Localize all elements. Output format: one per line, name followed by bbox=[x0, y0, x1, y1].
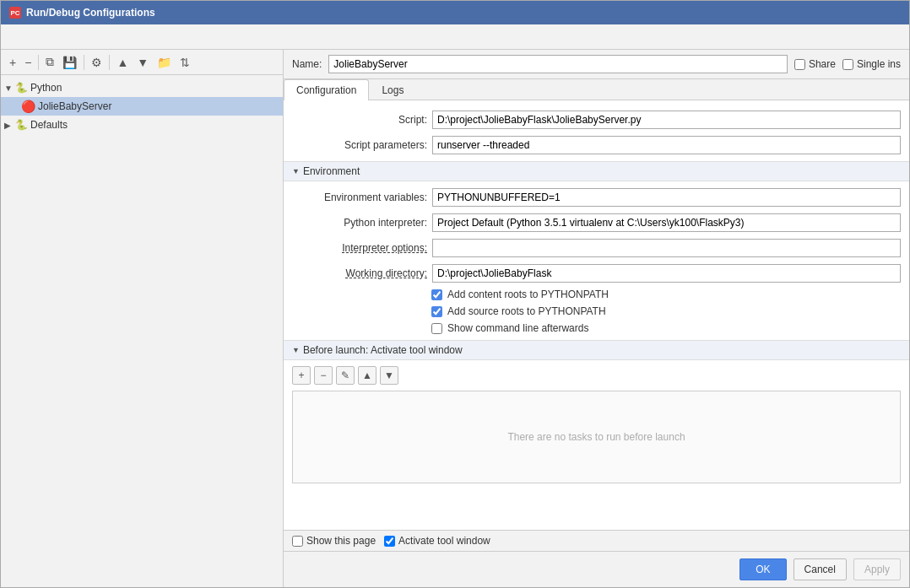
bottom-options: Show this page Activate tool window bbox=[284, 530, 909, 551]
script-row: Script: bbox=[284, 107, 909, 132]
name-bar: Name: Share Single ins bbox=[284, 50, 909, 79]
single-instance-checkbox-label[interactable]: Single ins bbox=[842, 58, 901, 70]
working-dir-label: Working directory: bbox=[292, 267, 427, 279]
activate-window-checkbox[interactable] bbox=[384, 536, 395, 547]
show-page-label: Show this page bbox=[306, 535, 376, 547]
run-config-icon: 🔴 bbox=[21, 100, 35, 113]
python-interp-input[interactable] bbox=[432, 213, 901, 232]
tree-python-group[interactable]: ▼ 🐍 Python bbox=[1, 78, 283, 97]
single-instance-label: Single ins bbox=[857, 58, 901, 70]
folder-button[interactable]: 📁 bbox=[154, 54, 175, 71]
python-group-label: Python bbox=[30, 82, 62, 94]
remove-config-button[interactable]: − bbox=[21, 54, 35, 71]
python-group-icon: 🐍 bbox=[15, 82, 28, 94]
env-vars-row: Environment variables: bbox=[284, 185, 909, 210]
add-content-roots-checkbox[interactable] bbox=[431, 289, 442, 300]
tree-defaults-group[interactable]: ▶ 🐍 Defaults bbox=[1, 116, 283, 134]
name-input[interactable] bbox=[328, 55, 788, 73]
interp-options-input[interactable] bbox=[432, 239, 901, 257]
environment-section-header[interactable]: ▼ Environment bbox=[284, 161, 909, 181]
show-page-checkbox-label[interactable]: Show this page bbox=[292, 535, 376, 547]
cancel-button[interactable]: Cancel bbox=[794, 558, 847, 580]
name-label: Name: bbox=[292, 58, 322, 70]
show-command-line-checkbox[interactable] bbox=[431, 323, 442, 334]
copy-config-button[interactable]: ⧉ bbox=[42, 53, 57, 71]
sep1 bbox=[38, 55, 39, 70]
chevron-down-icon: ▼ bbox=[4, 84, 13, 93]
sep2 bbox=[84, 55, 84, 70]
sep3 bbox=[109, 55, 110, 70]
show-page-checkbox[interactable] bbox=[292, 536, 303, 547]
activate-window-label: Activate tool window bbox=[398, 535, 490, 547]
move-task-up-button[interactable]: ▲ bbox=[358, 366, 376, 385]
show-command-line-row: Show command line afterwards bbox=[284, 320, 909, 337]
empty-tasks-text: There are no tasks to run before launch bbox=[507, 431, 685, 443]
before-launch-toolbar: + − ✎ ▲ ▼ bbox=[284, 364, 909, 387]
config-panel: Script: Script parameters: ▼ Environment… bbox=[284, 100, 909, 530]
defaults-icon: 🐍 bbox=[15, 119, 28, 131]
before-launch-label: Before launch: Activate tool window bbox=[303, 344, 463, 356]
add-source-roots-label: Add source roots to PYTHONPATH bbox=[447, 305, 606, 317]
move-down-button[interactable]: ▼ bbox=[133, 54, 152, 71]
share-label: Share bbox=[809, 58, 836, 70]
working-dir-input[interactable] bbox=[432, 264, 901, 283]
add-source-roots-row: Add source roots to PYTHONPATH bbox=[284, 303, 909, 320]
app-icon: PC bbox=[9, 7, 21, 19]
working-dir-row: Working directory: bbox=[284, 261, 909, 286]
settings-button[interactable]: ⚙ bbox=[88, 54, 106, 71]
tree-joliebaby-item[interactable]: 🔴 JolieBabyServer bbox=[1, 97, 283, 116]
show-command-line-label: Show command line afterwards bbox=[447, 322, 588, 334]
ok-button[interactable]: OK bbox=[739, 558, 786, 580]
script-input[interactable] bbox=[432, 111, 901, 129]
add-task-button[interactable]: + bbox=[292, 366, 311, 385]
defaults-label: Defaults bbox=[30, 119, 68, 131]
before-launch-section-header[interactable]: ▼ Before launch: Activate tool window bbox=[284, 340, 909, 360]
share-checkbox[interactable] bbox=[794, 59, 805, 70]
script-params-row: Script parameters: bbox=[284, 132, 909, 158]
add-content-roots-row: Add content roots to PYTHONPATH bbox=[284, 286, 909, 303]
apply-button[interactable]: Apply bbox=[853, 558, 901, 580]
add-content-roots-label: Add content roots to PYTHONPATH bbox=[447, 289, 609, 300]
single-instance-checkbox[interactable] bbox=[842, 59, 853, 70]
script-params-label: Script parameters: bbox=[292, 139, 427, 151]
share-checkbox-label[interactable]: Share bbox=[794, 58, 836, 70]
add-config-button[interactable]: + bbox=[6, 54, 19, 71]
env-vars-input[interactable] bbox=[432, 188, 901, 207]
tab-bar: Configuration Logs bbox=[284, 79, 909, 100]
dialog-buttons: OK Cancel Apply bbox=[284, 551, 909, 587]
interp-options-label: Interpreter options: bbox=[292, 242, 427, 254]
script-params-input[interactable] bbox=[432, 136, 901, 154]
add-source-roots-checkbox[interactable] bbox=[431, 306, 442, 317]
interp-options-row: Interpreter options: bbox=[284, 235, 909, 261]
left-panel: + − ⧉ 💾 ⚙ ▲ ▼ 📁 ⇅ ▼ 🐍 Python bbox=[1, 50, 284, 587]
activate-window-checkbox-label[interactable]: Activate tool window bbox=[384, 535, 490, 547]
save-config-button[interactable]: 💾 bbox=[59, 54, 80, 71]
remove-task-button[interactable]: − bbox=[314, 366, 333, 385]
edit-task-button[interactable]: ✎ bbox=[336, 366, 355, 385]
env-chevron-icon: ▼ bbox=[292, 167, 300, 175]
title-bar: PC Run/Debug Configurations bbox=[1, 1, 909, 24]
python-interp-label: Python interpreter: bbox=[292, 217, 427, 229]
empty-tasks-area: There are no tasks to run before launch bbox=[292, 391, 901, 483]
config-tree: ▼ 🐍 Python 🔴 JolieBabyServer ▶ 🐍 Default… bbox=[1, 75, 283, 587]
main-content: + − ⧉ 💾 ⚙ ▲ ▼ 📁 ⇅ ▼ 🐍 Python bbox=[1, 50, 909, 587]
python-interp-row: Python interpreter: bbox=[284, 210, 909, 235]
sort-button[interactable]: ⇅ bbox=[176, 54, 193, 71]
move-task-down-button[interactable]: ▼ bbox=[380, 366, 398, 385]
main-toolbar bbox=[1, 24, 909, 50]
tab-configuration[interactable]: Configuration bbox=[284, 79, 369, 100]
tab-logs[interactable]: Logs bbox=[369, 79, 416, 100]
move-up-button[interactable]: ▲ bbox=[113, 54, 132, 71]
joliebaby-label: JolieBabyServer bbox=[38, 100, 111, 112]
env-vars-label: Environment variables: bbox=[292, 192, 427, 203]
dialog-title: Run/Debug Configurations bbox=[26, 7, 155, 19]
right-panel: Name: Share Single ins Configuration Log… bbox=[284, 50, 909, 587]
run-debug-dialog: PC Run/Debug Configurations + − ⧉ 💾 ⚙ ▲ … bbox=[0, 0, 910, 588]
before-launch-chevron-icon: ▼ bbox=[292, 346, 300, 354]
environment-section-label: Environment bbox=[303, 165, 360, 177]
script-label: Script: bbox=[292, 114, 427, 126]
left-toolbar: + − ⧉ 💾 ⚙ ▲ ▼ 📁 ⇅ bbox=[1, 50, 283, 75]
chevron-right-icon: ▶ bbox=[4, 121, 13, 130]
